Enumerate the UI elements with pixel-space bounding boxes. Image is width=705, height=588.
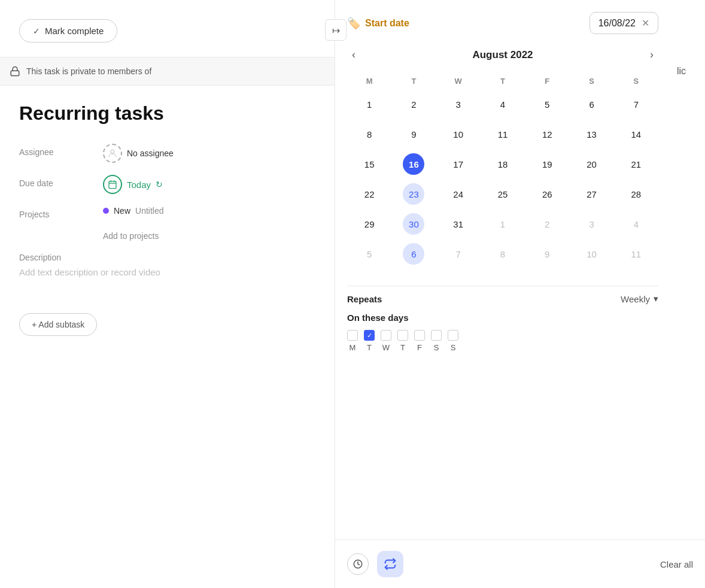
calendar-day[interactable]: 2	[391, 89, 436, 119]
calendar-day[interactable]: 14	[614, 119, 658, 149]
calendar-day[interactable]: 21	[614, 149, 658, 179]
next-month-button[interactable]: ›	[645, 46, 658, 63]
day-number: 31	[448, 213, 469, 235]
ribbon-icon: 🏷️	[347, 17, 360, 30]
day-checkbox[interactable]	[414, 330, 425, 341]
day-checkbox[interactable]	[448, 330, 458, 341]
description-row: Description Add text description or reco…	[19, 253, 315, 277]
calendar-day[interactable]: 4	[481, 89, 525, 119]
calendar-day[interactable]: 23	[391, 179, 436, 209]
calendar-day[interactable]: 22	[347, 179, 391, 209]
calendar-day[interactable]: 30	[391, 209, 436, 239]
day-number: 1	[492, 213, 513, 235]
day-checkbox[interactable]	[397, 330, 408, 341]
assignee-avatar[interactable]	[103, 144, 122, 163]
person-icon	[107, 148, 118, 159]
day-number: 9	[403, 123, 424, 145]
day-item[interactable]: S	[448, 330, 458, 352]
calendar-day[interactable]: 24	[436, 179, 481, 209]
calendar-day[interactable]: 6	[569, 89, 613, 119]
calendar-day[interactable]: 11	[614, 239, 658, 269]
expand-right-button[interactable]: ↦	[325, 19, 347, 41]
calendar-day[interactable]: 4	[614, 209, 658, 239]
calendar-day[interactable]: 10	[436, 119, 481, 149]
day-checkbox[interactable]	[381, 330, 391, 341]
calendar-day[interactable]: 7	[614, 89, 658, 119]
description-placeholder[interactable]: Add text description or record video	[19, 267, 160, 277]
day-number: 30	[403, 213, 424, 235]
calendar-day[interactable]: 20	[569, 149, 613, 179]
day-number: 14	[625, 123, 647, 145]
calendar-day[interactable]: 16	[391, 149, 436, 179]
calendar-day[interactable]: 29	[347, 209, 391, 239]
day-number: 10	[581, 243, 603, 265]
day-checkbox[interactable]	[347, 330, 358, 341]
calendar-day[interactable]: 28	[614, 179, 658, 209]
calendar-day[interactable]: 15	[347, 149, 391, 179]
calendar-day[interactable]: 9	[525, 239, 569, 269]
repeat-active-button[interactable]	[377, 551, 403, 577]
due-date-label: Due date	[19, 175, 103, 188]
calendar-day[interactable]: 7	[436, 239, 481, 269]
calendar-day[interactable]: 2	[525, 209, 569, 239]
calendar-day[interactable]: 5	[525, 89, 569, 119]
calendar-day[interactable]: 1	[347, 89, 391, 119]
calendar-day[interactable]: 3	[569, 209, 613, 239]
mark-complete-button[interactable]: ✓ Mark complete	[19, 19, 117, 43]
day-item[interactable]: S	[431, 330, 442, 352]
date-value: 16/08/22	[598, 18, 636, 29]
clock-button[interactable]	[347, 553, 369, 575]
calendar-day[interactable]: 31	[436, 209, 481, 239]
prev-month-button[interactable]: ‹	[347, 46, 360, 63]
day-item[interactable]: T	[397, 330, 408, 352]
day-item[interactable]: W	[381, 330, 391, 352]
calendar-day[interactable]: 6	[391, 239, 436, 269]
chevron-down-icon: ▾	[654, 293, 658, 304]
left-panel: ✓ Mark complete This task is private to …	[0, 0, 335, 588]
day-number: 5	[536, 93, 558, 115]
clock-icon	[352, 559, 363, 569]
day-number: 27	[581, 183, 603, 205]
add-projects-link[interactable]: Add to projects	[103, 231, 315, 241]
day-number: 6	[581, 93, 603, 115]
calendar-day[interactable]: 26	[525, 179, 569, 209]
calendar-day[interactable]: 27	[569, 179, 613, 209]
calendar-day[interactable]: 3	[436, 89, 481, 119]
day-letter: T	[367, 343, 372, 352]
day-item[interactable]: T	[364, 330, 375, 352]
due-date-value[interactable]: Today ↻	[103, 175, 163, 194]
day-number: 23	[403, 183, 424, 205]
day-item[interactable]: F	[414, 330, 425, 352]
calendar-day[interactable]: 18	[481, 149, 525, 179]
day-checkbox[interactable]	[364, 330, 375, 341]
projects-value[interactable]: New Untitled	[103, 206, 163, 216]
date-input[interactable]: 16/08/22 ✕	[589, 12, 658, 34]
calendar-day[interactable]: 13	[569, 119, 613, 149]
public-label-partial: lic	[677, 66, 686, 77]
calendar-day[interactable]: 12	[525, 119, 569, 149]
lock-icon	[10, 66, 20, 77]
calendar-day[interactable]: 8	[481, 239, 525, 269]
calendar-day[interactable]: 25	[481, 179, 525, 209]
calendar-day[interactable]: 1	[481, 209, 525, 239]
clear-date-button[interactable]: ✕	[642, 17, 649, 29]
day-item[interactable]: M	[347, 330, 358, 352]
calendar-day[interactable]: 5	[347, 239, 391, 269]
calendar-day[interactable]: 10	[569, 239, 613, 269]
calendar-grid: MTWTFSS 12345678910111213141516171819202…	[347, 73, 658, 269]
calendar-day[interactable]: 8	[347, 119, 391, 149]
day-letter: F	[417, 343, 422, 352]
calendar-day[interactable]: 11	[481, 119, 525, 149]
day-checkbox[interactable]	[431, 330, 442, 341]
calendar-day[interactable]: 9	[391, 119, 436, 149]
calendar-day[interactable]: 19	[525, 149, 569, 179]
calendar-day-header: T	[391, 73, 436, 89]
day-letter: M	[350, 343, 356, 352]
assignee-value[interactable]: No assignee	[103, 144, 174, 163]
add-subtask-button[interactable]: + Add subtask	[19, 313, 97, 336]
calendar-icon-circle[interactable]	[103, 175, 122, 194]
divider	[347, 286, 658, 286]
repeats-dropdown[interactable]: Weekly ▾	[621, 293, 658, 304]
calendar-day[interactable]: 17	[436, 149, 481, 179]
clear-all-button[interactable]: Clear all	[660, 559, 693, 569]
